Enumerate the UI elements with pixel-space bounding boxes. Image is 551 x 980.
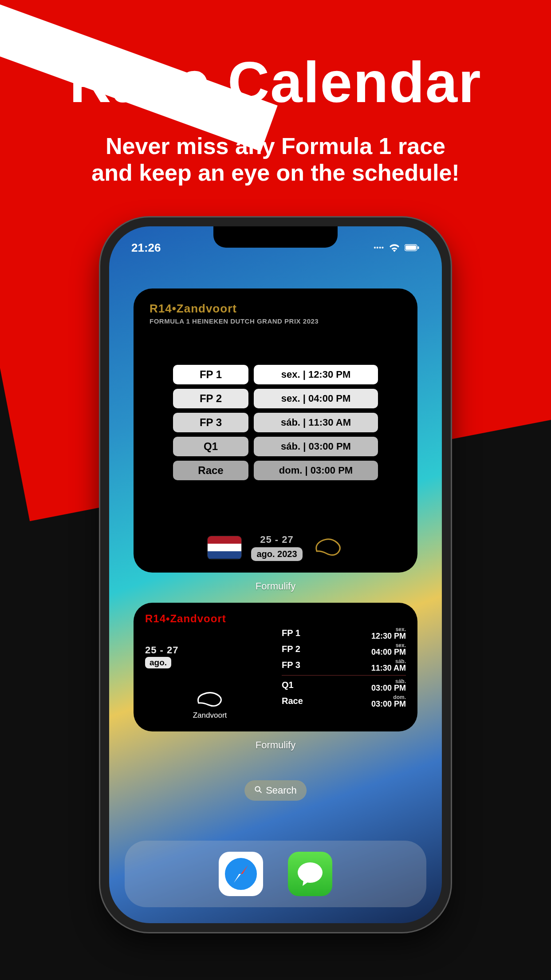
race-date: 25 - 27 ago. 2023 xyxy=(251,534,302,561)
hero-subtitle-line1: Never miss any Formula 1 race xyxy=(0,133,551,160)
session-name: FP 3 xyxy=(282,660,300,670)
session-list: FP 1 sex. | 12:30 PM FP 2 sex. | 04:00 P… xyxy=(150,365,401,480)
session-row: FP 3 sáb. 11:30 AM xyxy=(282,657,406,673)
race-widget-medium[interactable]: R14•Zandvoort 25 - 27 ago. Zandvoort FP … xyxy=(134,603,417,731)
session-time: sáb. | 11:30 AM xyxy=(254,413,378,432)
svg-rect-2 xyxy=(418,246,419,249)
dock xyxy=(125,841,426,907)
track-outline-icon xyxy=(312,536,343,560)
svg-line-4 xyxy=(259,790,261,793)
search-icon xyxy=(254,785,262,796)
race-widget-large[interactable]: R14•Zandvoort FORMULA 1 HEINEKEN DUTCH G… xyxy=(134,288,417,573)
session-divider xyxy=(282,675,406,676)
widget-large-label: Formulify xyxy=(256,581,295,592)
netherlands-flag-icon xyxy=(208,536,241,559)
session-name: Race xyxy=(282,696,303,706)
session-name: FP 1 xyxy=(282,628,300,638)
track-block: Zandvoort xyxy=(193,690,227,720)
session-time: sáb. 03:00 PM xyxy=(371,679,406,692)
status-time: 21:26 xyxy=(131,241,161,255)
session-row: FP 2 sex. 04:00 PM xyxy=(282,641,406,657)
home-search-button[interactable]: Search xyxy=(244,780,307,801)
widget-medium-sessions: FP 1 sex. 12:30 PM FP 2 sex. 04:00 PM FP… xyxy=(282,612,406,722)
hero-subtitle: Never miss any Formula 1 race and keep a… xyxy=(0,133,551,186)
session-time: sex. | 12:30 PM xyxy=(254,365,378,384)
widget-medium-title: R14•Zandvoort xyxy=(145,612,275,625)
session-row: Q1 sáb. | 03:00 PM xyxy=(173,437,378,456)
date-month: ago. xyxy=(145,657,171,668)
status-indicators: •••• xyxy=(374,243,420,252)
session-time: dom. | 03:00 PM xyxy=(254,461,378,480)
session-row: Race dom. 03:00 PM xyxy=(282,693,406,709)
search-label: Search xyxy=(266,785,297,796)
session-time: sáb. | 03:00 PM xyxy=(254,437,378,456)
svg-rect-1 xyxy=(405,245,416,250)
session-time: sex. 04:00 PM xyxy=(371,643,406,656)
hero-text: Race Calendar Never miss any Formula 1 r… xyxy=(0,49,551,186)
date-range: 25 - 27 xyxy=(251,534,302,545)
session-name: FP 3 xyxy=(173,413,248,432)
session-row: FP 1 sex. 12:30 PM xyxy=(282,625,406,641)
session-row: FP 3 sáb. | 11:30 AM xyxy=(173,413,378,432)
session-name: Q1 xyxy=(173,437,248,456)
session-name: FP 2 xyxy=(282,644,300,654)
widget-medium-label: Formulify xyxy=(256,739,295,751)
session-name: FP 1 xyxy=(173,365,248,384)
phone-screen: 21:26 •••• R14•Zandvoort FORMULA 1 HEINE… xyxy=(109,226,442,923)
messages-app-icon[interactable] xyxy=(288,852,332,896)
session-row: Q1 sáb. 03:00 PM xyxy=(282,677,406,693)
hero-subtitle-line2: and keep an eye on the schedule! xyxy=(0,160,551,186)
session-row: Race dom. | 03:00 PM xyxy=(173,461,378,480)
widget-medium-left: R14•Zandvoort 25 - 27 ago. Zandvoort xyxy=(145,612,275,722)
phone-notch xyxy=(213,226,338,248)
session-name: Q1 xyxy=(282,680,294,690)
widget-large-footer: 25 - 27 ago. 2023 xyxy=(134,534,417,561)
phone-frame: 21:26 •••• R14•Zandvoort FORMULA 1 HEINE… xyxy=(100,217,451,932)
session-time: sáb. 11:30 AM xyxy=(371,659,406,672)
session-time: sex. 12:30 PM xyxy=(371,627,406,640)
widget-large-subtitle: FORMULA 1 HEINEKEN DUTCH GRAND PRIX 2023 xyxy=(150,317,401,325)
session-time: sex. | 04:00 PM xyxy=(254,389,378,408)
track-name: Zandvoort xyxy=(193,711,227,720)
session-row: FP 1 sex. | 12:30 PM xyxy=(173,365,378,384)
wifi-icon xyxy=(389,243,400,252)
session-name: Race xyxy=(173,461,248,480)
session-name: FP 2 xyxy=(173,389,248,408)
hero-title: Race Calendar xyxy=(0,49,551,115)
track-outline-icon xyxy=(194,690,225,708)
session-row: FP 2 sex. | 04:00 PM xyxy=(173,389,378,408)
safari-app-icon[interactable] xyxy=(219,852,263,896)
svg-point-9 xyxy=(298,862,323,883)
widget-large-title: R14•Zandvoort xyxy=(150,302,401,316)
battery-icon xyxy=(405,244,420,251)
date-month: ago. 2023 xyxy=(251,547,302,561)
cellular-icon: •••• xyxy=(374,244,384,251)
netherlands-flag-icon xyxy=(246,646,273,664)
session-time: dom. 03:00 PM xyxy=(371,695,406,708)
